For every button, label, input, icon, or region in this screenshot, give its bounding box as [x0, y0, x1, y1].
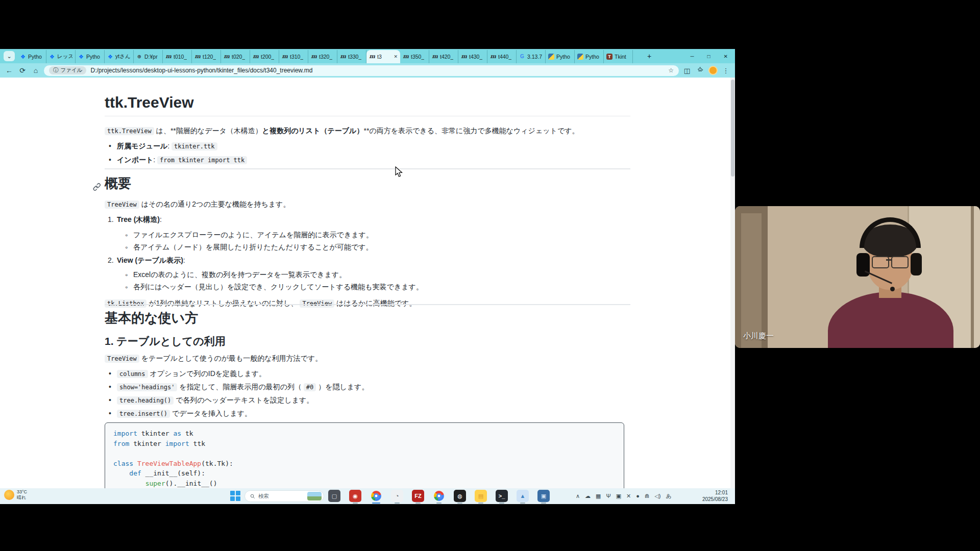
- sun-icon: [4, 490, 14, 500]
- tab-close-icon[interactable]: ✕: [394, 54, 398, 59]
- inline-code: columns: [117, 370, 148, 378]
- text-segment: はその名の通り2つの主要な機能を持ちます。: [139, 200, 290, 208]
- mic-icon[interactable]: Ψ: [606, 491, 610, 500]
- text-segment: 概要: [105, 176, 131, 191]
- code-token: tk: [181, 430, 193, 437]
- start-button[interactable]: [230, 491, 241, 502]
- chevron-up-icon[interactable]: ∧: [576, 491, 580, 500]
- tab-search-button[interactable]: ⌄: [4, 51, 15, 61]
- search-icon: [250, 494, 255, 499]
- li-block-21: •tree.insert() でデータを挿入します。: [117, 408, 627, 419]
- extensions-puzzle-icon[interactable]: [695, 66, 705, 74]
- tab-Tkint[interactable]: TTkint: [604, 50, 633, 63]
- list-number: 1.: [108, 214, 114, 225]
- code-token: (tk.Tk):: [201, 460, 233, 467]
- code-token: __init__(self):: [141, 469, 205, 477]
- bullet-icon: •: [109, 141, 111, 152]
- profile-avatar[interactable]: [708, 66, 718, 75]
- ime-badge[interactable]: あ: [666, 491, 671, 500]
- tab-t310_[interactable]: mt310_: [279, 50, 308, 63]
- text-segment: 各列にはヘッダー（見出し）を設定でき、クリックしてソートする機能も実装できます。: [133, 283, 423, 291]
- running-indicator: [415, 503, 421, 504]
- tab-Pytho[interactable]: Pytho: [546, 50, 575, 63]
- cli-block-9: ◦各アイテム（ノード）を展開したり折りたたんだりすることが可能です。: [133, 242, 628, 253]
- tab-t420_[interactable]: mt420_: [429, 50, 458, 63]
- running-indicator: [520, 503, 525, 504]
- weather-widget[interactable]: 33°C 晴れ: [4, 489, 27, 500]
- markdown-icon: m: [340, 54, 346, 60]
- tabs-container: ❖Pytho❖レッス❖Pytho❖ytさん⊕D:¥prmt010_mt120_m…: [17, 50, 633, 63]
- tab-t440_[interactable]: mt440_: [487, 50, 517, 63]
- participant-name: 小川慶一: [743, 331, 774, 341]
- text-segment: 所属モジュール: [117, 142, 167, 150]
- taskbar-app-app-black[interactable]: ◍: [454, 490, 466, 502]
- tab-t020_[interactable]: mt020_: [221, 50, 250, 63]
- markdown-icon: m: [194, 54, 201, 60]
- snip-icon[interactable]: ▣: [616, 491, 621, 500]
- page-scrollbar[interactable]: [730, 78, 735, 488]
- inline-code: #0: [304, 383, 316, 391]
- text-segment: :: [160, 215, 162, 223]
- tab-t3[interactable]: mt3✕: [366, 50, 400, 63]
- wifi-icon[interactable]: ⋒: [645, 491, 649, 500]
- tab-t010_[interactable]: mt010_: [163, 50, 192, 63]
- tab-D:¥pr[interactable]: ⊕D:¥pr: [134, 50, 163, 63]
- url-text[interactable]: D:/projects/lessons/desktop-ui-lessons-p…: [90, 67, 312, 74]
- cli-block-8: ◦ファイルエクスプローラーのように、アイテムを階層的に表示できます。: [133, 230, 628, 240]
- minimize-button[interactable]: ─: [690, 54, 694, 59]
- markdown-icon: m: [165, 54, 172, 60]
- tab-レッス[interactable]: ❖レッス: [46, 50, 76, 63]
- oli-block-10: 2.View (テーブル表示):: [117, 255, 627, 266]
- home-button[interactable]: ⌂: [31, 66, 41, 74]
- taskbar-app-app-red[interactable]: ◉: [349, 490, 361, 502]
- side-panel-icon[interactable]: ◫: [682, 67, 692, 74]
- tab-Pytho[interactable]: ❖Pytho: [17, 50, 46, 63]
- cloud-icon[interactable]: ☁: [585, 491, 591, 500]
- taskbar-app-app-contact[interactable]: ◔: [391, 490, 403, 502]
- taskbar-app-terminal[interactable]: >_: [496, 490, 508, 502]
- taskbar-app-app-blue[interactable]: ▣: [537, 490, 550, 502]
- taskbar-app-app-window[interactable]: ▢: [328, 490, 340, 502]
- li-block-3: •インポート: from tkinter import ttk: [117, 155, 627, 166]
- volume-icon[interactable]: ◁): [654, 491, 660, 500]
- taskbar-app-photos[interactable]: ▲: [517, 490, 529, 502]
- taskbar-app-explorer[interactable]: ▤: [475, 490, 487, 502]
- taskbar-app-chrome-profile[interactable]: [433, 490, 445, 502]
- taskbar-app-chrome[interactable]: [370, 490, 382, 502]
- text-segment: オプションで列のIDを定義します。: [148, 369, 266, 378]
- li-block-19: •show='headings' を指定して、階層表示用の最初の列（ #0 ）を…: [117, 382, 627, 393]
- grid-icon[interactable]: ▦: [596, 491, 601, 500]
- close-button[interactable]: ✕: [724, 54, 728, 59]
- new-tab-button[interactable]: +: [644, 52, 654, 62]
- tab-Pytho[interactable]: ❖Pytho: [76, 50, 105, 63]
- taskbar-app-filezilla[interactable]: FZ: [412, 490, 424, 502]
- file-scheme-chip[interactable]: ⓘ ファイル: [49, 66, 86, 74]
- li-block-2: •所属モジュール: tkinter.ttk: [117, 141, 627, 152]
- inline-code: tk.Listbox: [105, 299, 146, 308]
- divider: [105, 304, 630, 305]
- taskbar-clock[interactable]: 12:01 2025/08/23: [693, 490, 728, 503]
- tab-t120_[interactable]: mt120_: [192, 50, 221, 63]
- tab-3.13.7[interactable]: G3.13.7: [517, 50, 546, 63]
- tab-t430_[interactable]: mt430_: [458, 50, 487, 63]
- heading-link-icon[interactable]: [93, 179, 101, 187]
- kebab-menu-icon[interactable]: ⋮: [721, 67, 731, 74]
- bookmark-star-icon[interactable]: ☆: [668, 67, 674, 74]
- scrollbar-thumb[interactable]: [731, 80, 734, 177]
- tab-t200_[interactable]: mt200_: [250, 50, 279, 63]
- inline-code: tkinter.ttk: [172, 142, 217, 151]
- status-dot-icon[interactable]: ●: [636, 491, 640, 500]
- address-bar[interactable]: ⓘ ファイル D:/projects/lessons/desktop-ui-le…: [44, 65, 679, 76]
- x-icon[interactable]: ✕: [626, 491, 631, 500]
- taskbar-search[interactable]: 検索: [244, 490, 324, 502]
- reload-button[interactable]: ⟳: [17, 66, 28, 74]
- code-token: super: [145, 480, 165, 487]
- back-button[interactable]: ←: [4, 66, 14, 74]
- maximize-button[interactable]: □: [707, 54, 710, 59]
- tab-t330_[interactable]: mt330_: [337, 50, 366, 63]
- tab-Pytho[interactable]: Pytho: [575, 50, 604, 63]
- tab-t320_[interactable]: mt320_: [308, 50, 337, 63]
- tab-ytさん[interactable]: ❖ytさん: [105, 50, 134, 63]
- tab-label: Pytho: [585, 54, 599, 60]
- tab-t350_[interactable]: mt350_: [400, 50, 429, 63]
